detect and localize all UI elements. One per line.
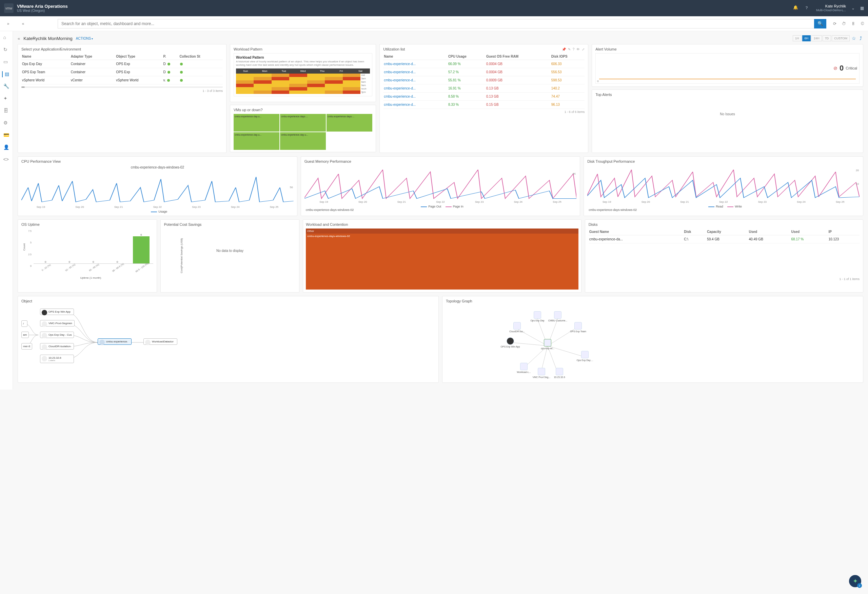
object-graph[interactable]: / am mer-E OPS Exp Win App VMC-Prod-Segm… xyxy=(21,305,435,380)
object-node[interactable]: mer-E xyxy=(21,343,32,350)
nav-code-icon[interactable]: <> xyxy=(3,157,9,163)
topo-node[interactable]: CloudDR-Iso... xyxy=(507,322,527,332)
nav-projects-icon[interactable]: ▭ xyxy=(3,59,9,65)
pin-icon[interactable]: 📌 xyxy=(562,47,566,51)
uptime-bar-chart[interactable]: Count 7.552.50 00006 0 - 50 (%)50 - 95 (… xyxy=(21,229,153,279)
table-scrollbar[interactable] xyxy=(21,86,223,88)
topo-node[interactable]: VMC Prod Seg... xyxy=(531,368,552,378)
view-icon[interactable]: 👁 xyxy=(576,47,580,51)
topo-node[interactable]: Ops Exp Day xyxy=(527,311,548,322)
vms-grid[interactable]: cmbu-experience-day-u...cmbu-experience-… xyxy=(233,114,372,150)
topo-node[interactable]: Ops Exp Day ... xyxy=(575,351,595,361)
vm-tile[interactable]: cmbu-experience-day-u... xyxy=(280,132,326,150)
user-menu-chevron-icon[interactable]: ⌄ xyxy=(852,6,855,10)
vm-tile[interactable]: cmbu-experience-days-... xyxy=(326,114,372,132)
header-title-block: VMware Aria Operations US West (Oregon) xyxy=(17,4,793,13)
vmware-logo: vmw xyxy=(4,3,13,13)
table-row[interactable]: Ops Exp DayContainerOPS ExpD xyxy=(21,60,223,68)
time-pill-1h[interactable]: 1H xyxy=(793,35,802,41)
panel-disk-performance: Disk Troughput Performance 20 10 Sep 19S… xyxy=(583,156,863,216)
object-node-selected[interactable]: cmbu-experience- xyxy=(97,338,131,345)
table-row[interactable]: cmbu-experience-d...55.81 %0.0009 GB598.… xyxy=(383,76,585,84)
nav-activity-icon[interactable]: ↻ xyxy=(3,47,9,53)
object-node[interactable]: WorkloadDatastor xyxy=(143,338,177,345)
panel-alert-volume: Alert Volume ⊘ 0 Critical 0 xyxy=(592,44,863,87)
help-small-icon[interactable]: ? xyxy=(573,47,575,51)
panel-app-env: Select your Application/Environment Name… xyxy=(18,44,226,153)
contention-treemap[interactable]: Other cmbu-experience-days-windows-02 xyxy=(306,229,578,290)
refresh-icon[interactable]: ⟳ xyxy=(833,21,837,26)
object-node[interactable]: 10.23.32.61 alerts xyxy=(40,355,74,363)
copyright-icon[interactable]: © xyxy=(861,21,864,26)
cpu-chart[interactable]: cmbu-experience-days-windows-02 50 Sep 1… xyxy=(21,165,294,213)
topo-node[interactable]: OPS Exp Win App xyxy=(500,337,520,348)
settings-sliders-icon[interactable]: 🎚 xyxy=(852,21,855,26)
table-row[interactable]: cmbu-experience-d...8.58 %0.13 GB74.47 xyxy=(383,93,585,101)
object-node[interactable]: OPS Exp Win App xyxy=(40,309,74,315)
topo-node[interactable]: Workload-L... xyxy=(514,363,534,373)
apps-grid-icon[interactable]: ▦ xyxy=(860,6,864,10)
topo-node-center[interactable]: ops-exp-wi... xyxy=(537,339,558,350)
object-node[interactable]: VMC-Prod-Segmen xyxy=(40,320,75,327)
table-row[interactable]: vSphere WorldvCentervSphere Worldv. xyxy=(21,76,223,84)
actions-menu[interactable]: ACTIONS xyxy=(76,37,93,40)
region-subtitle: US West (Oregon) xyxy=(17,9,793,13)
object-node[interactable]: CloudDR-Isolation- xyxy=(40,343,74,350)
nav-billing-icon[interactable]: 💳 xyxy=(3,132,9,138)
time-pill-custom[interactable]: CUSTOM xyxy=(832,35,850,41)
panel-topology: Topology Graph Ops Exp Day CMBU Custome.… xyxy=(442,296,863,383)
nav-users-icon[interactable]: 👤 xyxy=(3,145,9,151)
table-row[interactable]: cmbu-experience-d...66.09 %0.0004 GB606.… xyxy=(383,60,585,68)
panel-cpu-performance: CPU Performance View cmbu-experience-day… xyxy=(18,156,297,216)
panel-object: Object / am mer-E xyxy=(18,296,439,383)
topology-graph[interactable]: Ops Exp Day CMBU Custome... OPS Exp Team… xyxy=(446,305,859,380)
dashboard-title: KateRychlik MonMorning xyxy=(24,36,72,41)
table-row[interactable]: cmbu-experience-d...16.91 %0.13 GB140.2 xyxy=(383,84,585,93)
critical-count: 0 xyxy=(840,64,844,72)
time-pill-6h[interactable]: 6H xyxy=(802,35,811,41)
nav-tools-icon[interactable]: 🔧 xyxy=(3,83,9,90)
table-row[interactable]: cmbu-experience-d...8.33 %0.15 GB96.13 xyxy=(383,101,585,109)
topo-node[interactable]: 10.23.32.6 xyxy=(549,368,570,378)
panel-disks: Disks Guest Name Disk Capacity Used Used… xyxy=(585,219,863,293)
vm-tile[interactable]: cmbu-experience-days-... xyxy=(280,114,326,132)
table-row[interactable]: cmbu-experience-d...57.2 %0.0004 GB556.5… xyxy=(383,68,585,76)
object-node[interactable]: Ops Exp Day - Cus xyxy=(40,332,74,338)
nav-settings-icon[interactable]: ⚙ xyxy=(3,120,9,126)
gauge-icon[interactable]: ⏱ xyxy=(842,21,846,26)
notifications-icon[interactable]: 🔔 xyxy=(793,5,799,11)
vm-tile[interactable]: cmbu-experience-day-u... xyxy=(233,114,279,132)
utilization-table: Name CPU Usage Guest OS Free RAM Disk IO… xyxy=(383,53,585,109)
nav-dashboards-icon[interactable]: ▤ xyxy=(2,71,8,77)
vm-tile[interactable]: cmbu-experience-day-u... xyxy=(233,132,279,150)
table-row[interactable]: cmbu-experience-da... C:\ 59.4 GB 40.49 … xyxy=(589,235,859,244)
object-node[interactable]: / xyxy=(21,321,28,327)
nav-automation-icon[interactable]: ✦ xyxy=(3,96,9,102)
nav-home-icon[interactable]: ⌂ xyxy=(3,35,9,41)
disk-chart[interactable]: 20 10 Sep 19Sep 20Sep 21Sep 22Sep 23Sep … xyxy=(587,165,859,213)
share-icon[interactable]: ⤴ xyxy=(858,35,863,41)
content-collapse-icon[interactable]: « xyxy=(18,36,20,41)
panel-collapse-icon[interactable]: « xyxy=(19,21,27,26)
time-pill-24h[interactable]: 24H xyxy=(811,35,822,41)
workload-heatmap[interactable]: SunMonTueWedThuFriSat mid3am6am9amnoon3p… xyxy=(236,68,370,94)
nav-storage-icon[interactable]: 🗄 xyxy=(3,108,9,114)
search-button[interactable]: 🔍 xyxy=(814,19,826,28)
edit-icon[interactable]: ✎ xyxy=(568,47,571,51)
expand-icon[interactable]: ⤢ xyxy=(582,47,585,51)
memory-chart[interactable]: 4K Sep 19Sep 20Sep 21Sep 22Sep 23Sep 24S… xyxy=(304,165,577,213)
global-search-input[interactable] xyxy=(58,19,814,28)
user-menu[interactable]: Kate Rychlik Multi-Cloud-Demo-L... xyxy=(816,4,846,13)
favorite-icon[interactable]: ☆ xyxy=(850,35,858,41)
sidebar-expand-icon[interactable]: » xyxy=(4,21,12,26)
product-title: VMware Aria Operations xyxy=(17,4,793,9)
object-node[interactable]: am xyxy=(21,332,29,338)
vm-icon xyxy=(99,340,105,345)
user-context: Multi-Cloud-Demo-L... xyxy=(816,9,846,13)
table-row[interactable]: OPS Exp TeamContainerOPS ExpD xyxy=(21,68,223,76)
alert-volume-chart[interactable]: ⊘ 0 Critical 0 xyxy=(595,53,859,84)
topo-node[interactable]: CMBU Custome... xyxy=(548,311,568,322)
time-pill-7d[interactable]: 7D xyxy=(822,35,831,41)
help-icon[interactable]: ？ xyxy=(805,5,811,11)
topo-node[interactable]: OPS Exp Team xyxy=(568,322,588,332)
